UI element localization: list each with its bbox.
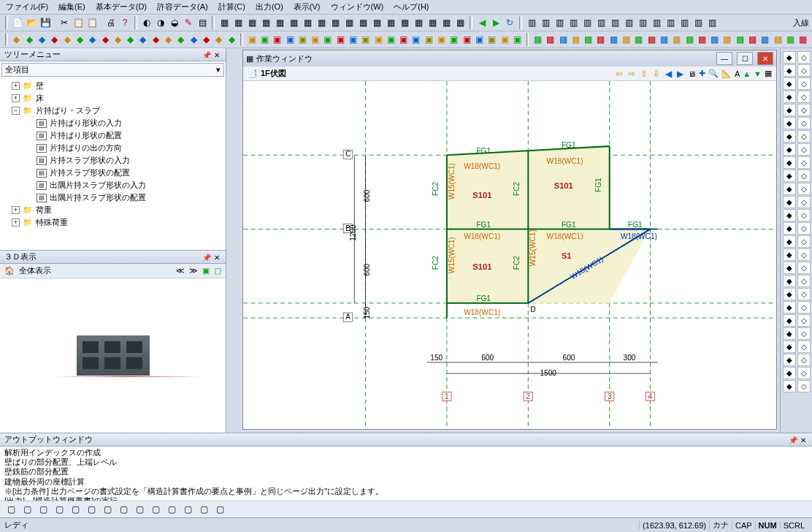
tool-row2c-20-icon[interactable]: ▩ [784,33,796,46]
pin-icon[interactable]: 📌 [201,51,212,59]
zoom-out-icon[interactable]: ▢ [214,266,221,276]
tool-row1-1-icon[interactable]: ▦ [231,16,245,29]
copy-icon[interactable]: 📋 [72,16,85,29]
tool-row1-15-icon[interactable]: ▦ [426,16,439,29]
tree-body[interactable]: +📁壁+📁床−📁片持ばり・スラブ▤片持ばり形状の入力▤片持ばり形状の配置▤片持ば… [0,78,226,250]
rtool-12b-icon[interactable]: ◇ [797,209,811,221]
tool-row2c-13-icon[interactable]: ▩ [696,33,708,46]
arrow-right-yellow-icon[interactable]: ⇨ [627,69,637,79]
tool-row2a-17-icon[interactable]: ◆ [226,33,237,46]
view3d-canvas[interactable] [0,278,226,433]
tool-row2b-10-icon[interactable]: ▣ [372,33,384,46]
expander-icon[interactable]: + [12,218,20,227]
output-tool-2-icon[interactable]: ▢ [37,503,50,516]
menu-help[interactable]: ヘルプ(H) [394,1,429,12]
menu-window[interactable]: ウィンドウ(W) [331,1,384,12]
tree-item[interactable]: ▤片持スラブ形状の配置 [3,167,223,179]
rtool-14b-icon[interactable]: ◇ [797,235,811,248]
rtool-0b-icon[interactable]: ◇ [797,51,811,64]
rtool-5a-icon[interactable]: ◆ [783,117,796,129]
tool-row1-7-icon[interactable]: ▦ [315,16,328,29]
tool-row2a-3-icon[interactable]: ◆ [49,33,61,46]
tool-row2b-13-icon[interactable]: ▣ [410,33,422,46]
doc-icon[interactable]: 📑 [248,69,258,78]
print-icon[interactable]: 🖨 [104,16,118,29]
output-tool-3-icon[interactable]: ▢ [53,503,66,516]
cut-icon[interactable]: ✂ [58,16,71,29]
plan-drawing[interactable]: FG1 FG1 FG1 FG1 FG1 FG1 FC2 FC2 FC2 FC2 … [243,81,776,429]
pin-icon[interactable]: 📌 [201,254,212,262]
tool-row2b-14-icon[interactable]: ▣ [423,33,434,46]
rtool-25b-icon[interactable]: ◇ [797,380,811,392]
tool-d-icon[interactable]: ✎ [182,16,195,29]
rtool-3b-icon[interactable]: ◇ [797,91,811,103]
rtool-15b-icon[interactable]: ◇ [797,248,811,261]
arrow-up-yellow-icon[interactable]: ⇧ [639,69,649,79]
output-tool-4-icon[interactable]: ▢ [69,503,82,516]
output-tool-8-icon[interactable]: ▢ [133,503,146,516]
layout-tool-2-icon[interactable]: ▥ [553,16,566,29]
expander-icon[interactable]: − [12,107,20,115]
layout-tool-7-icon[interactable]: ▥ [622,16,635,29]
rtool-9b-icon[interactable]: ◇ [797,170,811,182]
target-icon[interactable]: ✚ [699,69,705,78]
arrow-right-icon[interactable]: ▶ [675,69,685,79]
rtool-23b-icon[interactable]: ◇ [797,354,811,366]
layout-tool-1-icon[interactable]: ▥ [539,16,552,29]
layout-tool-13-icon[interactable]: ▥ [705,16,719,29]
tool-row1-10-icon[interactable]: ▦ [356,16,369,29]
tool-row2b-19-icon[interactable]: ▣ [486,33,498,46]
layout-tool-10-icon[interactable]: ▥ [664,16,677,29]
tool-row2b-2-icon[interactable]: ▣ [272,33,283,46]
help-icon[interactable]: ? [118,16,131,29]
tool-row2b-15-icon[interactable]: ▣ [435,33,447,46]
tool-row2c-1-icon[interactable]: ▩ [545,33,556,46]
tool-row2c-6-icon[interactable]: ▩ [608,33,619,46]
menu-basedata[interactable]: 基本データ(D) [96,1,147,12]
rtool-17a-icon[interactable]: ◆ [783,275,796,287]
tool-row2b-3-icon[interactable]: ▣ [284,33,296,46]
tool-row2b-16-icon[interactable]: ▣ [448,33,460,46]
rtool-24a-icon[interactable]: ◆ [783,367,796,379]
tree-item[interactable]: ▤片持ばりの出の方向 [3,142,223,154]
grid-tool-icon[interactable]: ▦ [765,69,772,78]
rtool-20b-icon[interactable]: ◇ [797,314,811,327]
tool-row2b-7-icon[interactable]: ▣ [334,33,346,46]
tool-row2c-11-icon[interactable]: ▩ [671,33,683,46]
tree-item[interactable]: +📁荷重 [3,204,223,216]
output-tool-10-icon[interactable]: ▢ [165,503,178,516]
tool-row2a-7-icon[interactable]: ◆ [99,33,111,46]
tool-row2b-20-icon[interactable]: ▣ [499,33,510,46]
rtool-1b-icon[interactable]: ◇ [797,64,811,77]
rtool-22b-icon[interactable]: ◇ [797,341,811,353]
rtool-1a-icon[interactable]: ◆ [783,64,796,77]
tool-row1-2-icon[interactable]: ▦ [245,16,258,29]
tool-row2b-11-icon[interactable]: ▣ [385,33,397,46]
tool-row1-4-icon[interactable]: ▦ [273,16,286,29]
nav-fwd-icon[interactable]: ≫ [189,266,198,276]
tree-item[interactable]: ▤出隅片持スラブ形状の入力 [3,179,223,191]
tool-row2a-13-icon[interactable]: ◆ [175,33,187,46]
tool-row2a-10-icon[interactable]: ◆ [137,33,149,46]
minimize-button[interactable]: — [716,52,732,65]
expander-icon[interactable]: + [12,82,20,90]
output-tool-0-icon[interactable]: ▢ [4,503,18,516]
tool-row2c-7-icon[interactable]: ▩ [620,33,632,46]
arrow-left-yellow-icon[interactable]: ⇦ [614,69,624,79]
output-body[interactable]: 解析用インデックスの作成 壁ばりの部分配置、上端レベル 壁鉄筋の部分配置 建物最… [0,446,812,501]
nav-back-icon[interactable]: ≪ [176,266,185,276]
tool-row2a-5-icon[interactable]: ◆ [74,33,85,46]
tool-row2c-5-icon[interactable]: ▩ [595,33,607,46]
tool-row1-8-icon[interactable]: ▦ [329,16,342,29]
tool-row2c-0-icon[interactable]: ▩ [532,33,543,46]
rtool-2b-icon[interactable]: ◇ [797,77,811,90]
tool-row2c-4-icon[interactable]: ▩ [583,33,594,46]
rtool-16a-icon[interactable]: ◆ [783,262,796,274]
tool-row2c-2-icon[interactable]: ▩ [557,33,569,46]
paste-icon[interactable]: 📋 [85,16,99,29]
tool-row2c-19-icon[interactable]: ▩ [772,33,784,46]
rtool-11b-icon[interactable]: ◇ [797,196,811,208]
close-icon[interactable]: ✕ [212,254,221,262]
rtool-5b-icon[interactable]: ◇ [797,117,811,129]
output-tool-5-icon[interactable]: ▢ [85,503,98,516]
